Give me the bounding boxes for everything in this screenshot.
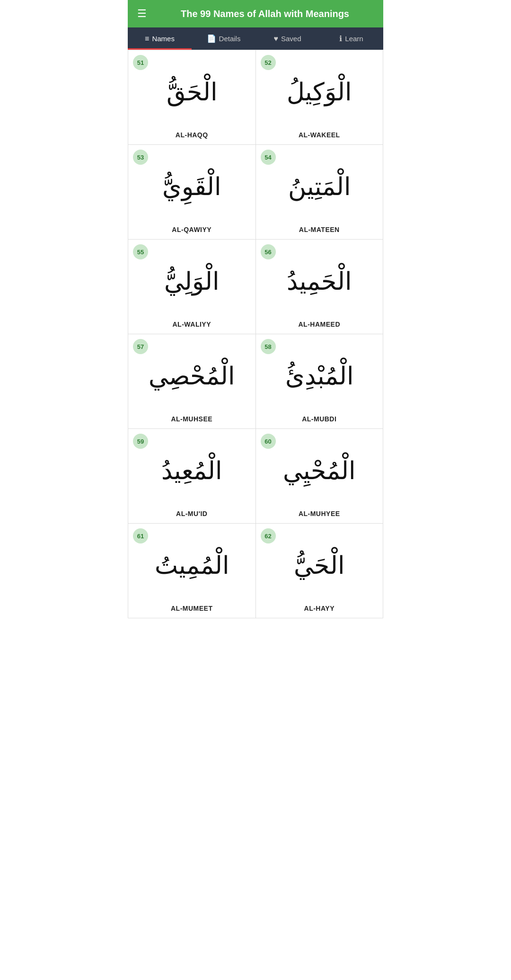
arabic-text-51: الْحَقُّ — [167, 58, 217, 126]
name-cell-52[interactable]: 52الْوَكِيلُAL-WAKEEL — [256, 50, 384, 145]
name-label-51: AL-HAQQ — [176, 131, 208, 139]
details-icon: 📄 — [207, 34, 216, 43]
learn-icon: ℹ — [339, 34, 342, 43]
name-label-55: AL-WALIYY — [173, 321, 211, 328]
tab-learn-label: Learn — [345, 35, 363, 43]
app-header: ☰ The 99 Names of Allah with Meanings — [128, 0, 383, 27]
number-badge-52: 52 — [261, 55, 276, 70]
name-label-53: AL-QAWIYY — [172, 226, 211, 233]
name-cell-61[interactable]: 61الْمُمِيتُAL-MUMEET — [128, 524, 256, 618]
number-badge-57: 57 — [133, 339, 148, 354]
arabic-text-58: الْمُبْدِئُ — [285, 342, 353, 410]
name-cell-56[interactable]: 56الْحَمِيدُAL-HAMEED — [256, 240, 384, 334]
name-label-52: AL-WAKEEL — [299, 131, 340, 139]
name-label-62: AL-HAYY — [304, 605, 335, 612]
name-label-61: AL-MUMEET — [171, 605, 213, 612]
saved-icon: ♥ — [273, 35, 278, 43]
name-cell-62[interactable]: 62الْحَيُّAL-HAYY — [256, 524, 384, 618]
tab-saved[interactable]: ♥ Saved — [256, 27, 319, 50]
name-cell-53[interactable]: 53الْقَوِيُّAL-QAWIYY — [128, 145, 256, 240]
arabic-text-56: الْحَمِيدُ — [287, 247, 352, 316]
name-cell-54[interactable]: 54الْمَتِينُAL-MATEEN — [256, 145, 384, 240]
number-badge-55: 55 — [133, 244, 148, 259]
number-badge-56: 56 — [261, 244, 276, 259]
name-label-58: AL-MUBDI — [302, 415, 336, 423]
name-cell-59[interactable]: 59الْمُعِيدُAL-MU'ID — [128, 429, 256, 524]
number-badge-62: 62 — [261, 528, 276, 543]
number-badge-51: 51 — [133, 55, 148, 70]
name-label-59: AL-MU'ID — [176, 510, 207, 517]
name-cell-51[interactable]: 51الْحَقُّAL-HAQQ — [128, 50, 256, 145]
number-badge-53: 53 — [133, 150, 148, 165]
tab-learn[interactable]: ℹ Learn — [319, 27, 383, 50]
tab-names-label: Names — [152, 35, 175, 43]
name-label-56: AL-HAMEED — [299, 321, 341, 328]
number-badge-59: 59 — [133, 434, 148, 449]
arabic-text-52: الْوَكِيلُ — [287, 58, 352, 126]
names-grid: 51الْحَقُّAL-HAQQ52الْوَكِيلُAL-WAKEEL53… — [128, 50, 383, 618]
tab-details[interactable]: 📄 Details — [192, 27, 256, 50]
number-badge-60: 60 — [261, 434, 276, 449]
nav-tabs: ≡ Names 📄 Details ♥ Saved ℹ Learn — [128, 27, 383, 50]
name-cell-55[interactable]: 55الْوَلِيُّAL-WALIYY — [128, 240, 256, 334]
arabic-text-55: الْوَلِيُّ — [164, 247, 219, 316]
names-icon: ≡ — [145, 35, 149, 43]
tab-saved-label: Saved — [281, 35, 301, 43]
arabic-text-54: الْمَتِينُ — [288, 152, 351, 221]
arabic-text-62: الْحَيُّ — [294, 531, 344, 600]
tab-names[interactable]: ≡ Names — [128, 27, 192, 50]
header-title: The 99 Names of Allah with Meanings — [156, 9, 374, 19]
number-badge-54: 54 — [261, 150, 276, 165]
number-badge-61: 61 — [133, 528, 148, 543]
name-cell-58[interactable]: 58الْمُبْدِئُAL-MUBDI — [256, 334, 384, 429]
arabic-text-60: الْمُحْيِي — [283, 437, 355, 505]
name-label-54: AL-MATEEN — [299, 226, 340, 233]
name-label-60: AL-MUHYEE — [299, 510, 340, 517]
name-cell-60[interactable]: 60الْمُحْيِيAL-MUHYEE — [256, 429, 384, 524]
tab-details-label: Details — [219, 35, 241, 43]
number-badge-58: 58 — [261, 339, 276, 354]
arabic-text-61: الْمُمِيتُ — [155, 531, 229, 600]
menu-icon[interactable]: ☰ — [137, 8, 147, 20]
arabic-text-59: الْمُعِيدُ — [161, 437, 222, 505]
name-cell-57[interactable]: 57الْمُحْصِيAL-MUHSEE — [128, 334, 256, 429]
arabic-text-53: الْقَوِيُّ — [162, 152, 221, 221]
name-label-57: AL-MUHSEE — [171, 415, 212, 423]
arabic-text-57: الْمُحْصِي — [149, 342, 235, 410]
